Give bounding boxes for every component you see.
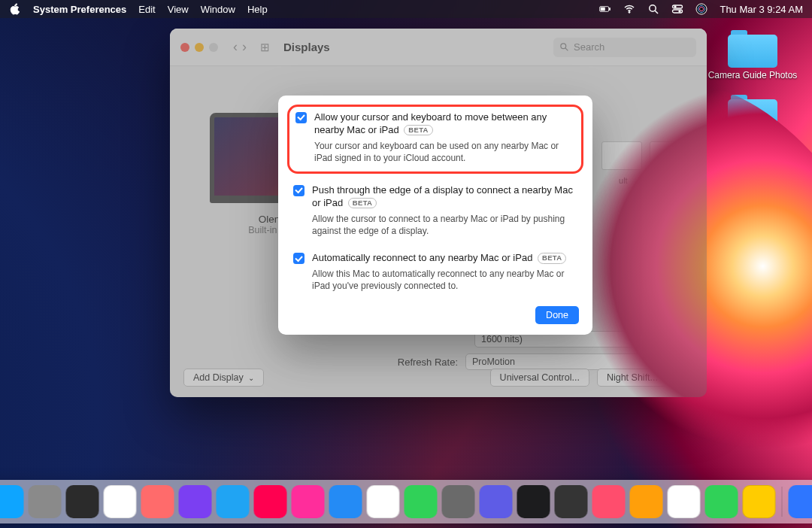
close-icon[interactable] [180, 43, 189, 52]
option-description: Allow this Mac to automatically reconnec… [312, 268, 577, 292]
desktop-icons-column: Camera Guide Photos Customize Dock Deskt… [704, 30, 801, 350]
svg-line-5 [656, 11, 659, 14]
option-push-through-edge: Push through the edge of a display to co… [292, 178, 579, 246]
siri-icon[interactable] [695, 3, 707, 15]
beta-badge: BETA [348, 198, 377, 208]
scale-performance-note: mance. [661, 199, 690, 209]
svg-point-13 [561, 44, 566, 49]
done-button[interactable]: Done [535, 306, 579, 324]
desktop: System Preferences Edit View Window Help… [0, 0, 812, 528]
checkbox-allow-cursor[interactable] [295, 112, 307, 123]
resolution-thumbnails [601, 141, 690, 170]
option-allow-cursor-keyboard: Allow your cursor and keyboard to move b… [287, 105, 583, 174]
universal-control-dialog: Allow your cursor and keyboard to move b… [278, 96, 592, 335]
desktop-folder[interactable]: Magazine Ads [707, 299, 798, 350]
svg-point-9 [679, 11, 680, 12]
folder-icon [728, 299, 777, 336]
night-shift-button[interactable]: Night Shift... [597, 369, 668, 387]
beta-badge: BETA [404, 125, 432, 135]
window-toolbar: ‹ › ⊞ Displays Search [170, 29, 707, 66]
minimize-icon[interactable] [195, 43, 204, 52]
desktop-folder[interactable]: Desktop [707, 159, 798, 211]
dock-app[interactable] [442, 485, 475, 518]
dock-app[interactable] [329, 485, 362, 518]
dock-app[interactable] [179, 485, 212, 518]
dock-app[interactable] [0, 485, 24, 518]
dock-app[interactable] [367, 485, 400, 518]
traffic-lights[interactable] [180, 43, 218, 52]
svg-point-7 [674, 6, 676, 8]
option-description: Your cursor and keyboard can be used on … [314, 140, 575, 164]
dock-app[interactable] [292, 485, 325, 518]
desktop-folder-label: Desktop - Olena's MacBook Pro [707, 264, 798, 285]
dock-app[interactable] [29, 485, 62, 518]
folder-icon [728, 95, 777, 132]
svg-rect-2 [610, 8, 611, 11]
folder-icon [728, 159, 777, 197]
svg-rect-1 [601, 8, 604, 11]
folder-icon [728, 30, 777, 68]
option-auto-reconnect: Automatically reconnect to any nearby Ma… [292, 246, 579, 301]
apple-logo-icon[interactable] [9, 3, 21, 15]
menubar-app-name[interactable]: System Preferences [33, 4, 126, 15]
universal-control-button[interactable]: Universal Control... [490, 369, 589, 387]
menu-window[interactable]: Window [201, 4, 235, 15]
dock-app[interactable] [555, 485, 588, 518]
search-placeholder: Search [574, 41, 604, 53]
desktop-folder-label: Desktop [736, 200, 769, 211]
checkbox-auto-reconnect[interactable] [293, 253, 304, 264]
option-title: Automatically reconnect to any nearby Ma… [312, 252, 532, 263]
checkbox-push-through[interactable] [293, 185, 304, 196]
desktop-folder[interactable]: Desktop - Olena's MacBook Pro [707, 223, 798, 285]
brightness-label: ightness [651, 254, 687, 266]
show-all-icon[interactable]: ⊞ [260, 41, 270, 54]
dock-app[interactable] [630, 485, 663, 518]
resolution-option[interactable] [601, 141, 642, 170]
dock-app[interactable] [592, 485, 626, 518]
dock-app[interactable] [217, 485, 250, 518]
back-button[interactable]: ‹ [233, 39, 238, 55]
search-icon [559, 42, 569, 52]
dock-app[interactable] [104, 485, 137, 518]
dock-app[interactable] [404, 485, 438, 518]
dock-app[interactable] [668, 485, 701, 518]
scale-more-space-label: More Space [649, 176, 693, 185]
search-input[interactable]: Search [553, 38, 696, 57]
beta-badge: BETA [538, 253, 566, 263]
refresh-rate-label: Refresh Rate: [386, 357, 458, 368]
desktop-folder[interactable]: Customize Dock [707, 95, 798, 146]
resolution-option[interactable] [650, 141, 690, 170]
dock-app[interactable] [66, 485, 99, 518]
desktop-folder-label: Camera Guide Photos [708, 71, 798, 81]
svg-line-14 [565, 48, 568, 50]
control-center-icon[interactable] [671, 3, 683, 15]
refresh-rate-select[interactable]: ProMotion⌃⌄ [465, 354, 661, 370]
add-display-button[interactable]: Add Display⌄ [183, 369, 264, 387]
window-title: Displays [283, 41, 330, 53]
wifi-icon[interactable] [623, 3, 635, 15]
svg-point-3 [629, 11, 630, 13]
spotlight-icon[interactable] [647, 3, 659, 15]
menubar-clock[interactable]: Thu Mar 3 9:24 AM [720, 4, 803, 15]
battery-icon[interactable] [599, 3, 611, 15]
dock-app[interactable] [141, 485, 174, 518]
dock-app[interactable] [254, 485, 287, 518]
dock-app[interactable] [705, 485, 738, 518]
menu-help[interactable]: Help [247, 4, 268, 15]
help-button[interactable]: ? [675, 369, 693, 387]
dock-app[interactable] [789, 485, 813, 518]
menu-view[interactable]: View [168, 4, 189, 15]
scale-default-label: ult [619, 176, 628, 185]
desktop-folder[interactable]: Camera Guide Photos [707, 30, 798, 81]
zoom-icon[interactable] [209, 43, 218, 52]
dock [0, 480, 812, 523]
desktop-folder-label: Customize Dock [720, 135, 785, 146]
dock-separator [782, 487, 783, 517]
dock-app[interactable] [480, 485, 513, 518]
dock-app[interactable] [743, 485, 776, 518]
dock-app[interactable] [517, 485, 550, 518]
chevron-down-icon: ⌄ [248, 374, 254, 382]
menu-edit[interactable]: Edit [138, 4, 155, 15]
menubar: System Preferences Edit View Window Help… [0, 0, 812, 18]
chevron-updown-icon: ⌃⌄ [642, 358, 654, 366]
